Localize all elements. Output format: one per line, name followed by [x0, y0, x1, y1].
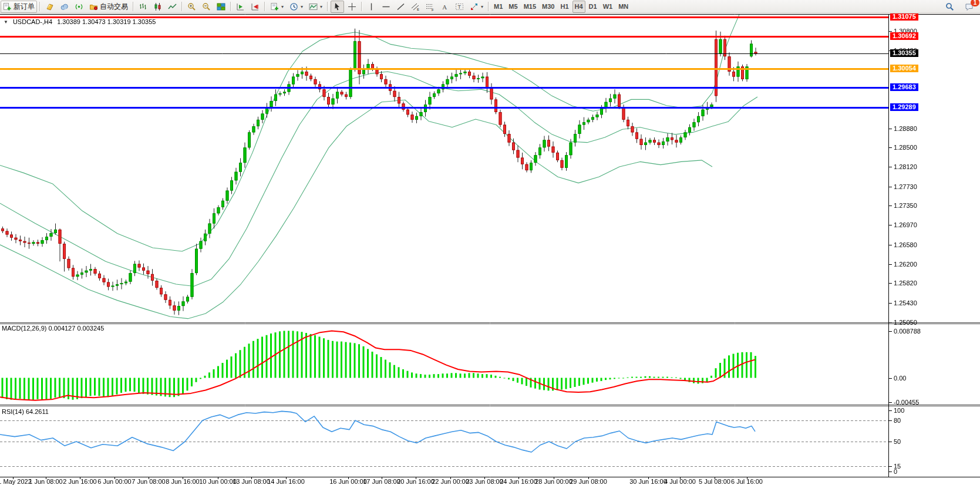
- tile-windows-button[interactable]: [214, 1, 228, 13]
- new-chart-button[interactable]: ▾: [268, 1, 286, 13]
- profile-back-icon: [251, 2, 260, 11]
- data-window-button[interactable]: [58, 1, 71, 13]
- vline-tool-button[interactable]: [365, 1, 378, 13]
- date-tick-label: 14 Jun 16:00: [260, 478, 312, 485]
- pane-separator-rsi[interactable]: [0, 404, 888, 407]
- price-line-badge: 1.30692: [890, 32, 918, 40]
- price-tick-label: 1.28880: [894, 125, 917, 132]
- zoom-out-button[interactable]: [200, 1, 213, 13]
- search-button[interactable]: [943, 1, 957, 13]
- cursor-button[interactable]: [331, 1, 344, 13]
- line-button[interactable]: [166, 1, 179, 13]
- toolbar-separator: [361, 2, 362, 11]
- arrows-tool-button[interactable]: ▾: [467, 1, 486, 13]
- date-tick-label: 6 Jul 16:00: [720, 478, 773, 485]
- new-order-button[interactable]: 新订单: [1, 1, 37, 13]
- button-label: M15: [524, 3, 536, 10]
- rsi-tick-label: 50: [894, 438, 901, 445]
- tf-mn-button[interactable]: MN: [616, 1, 631, 13]
- tf-m1-button[interactable]: M1: [491, 1, 505, 13]
- channel-icon: E: [411, 2, 420, 11]
- button-label: M5: [508, 3, 517, 10]
- search-icon: [945, 2, 954, 11]
- button-label: MN: [618, 3, 628, 10]
- button-label: 新订单: [14, 2, 35, 12]
- autotrade-icon: [89, 2, 98, 11]
- price-tick-label: 1.28120: [894, 163, 917, 170]
- tf-m15-button[interactable]: M15: [521, 1, 538, 13]
- yellow-diamond-icon: [45, 2, 54, 11]
- price-tick-label: 1.27730: [894, 183, 917, 190]
- candles-button[interactable]: [151, 1, 164, 13]
- period-menu-button[interactable]: ▾: [287, 1, 305, 13]
- text-icon: A: [440, 2, 449, 11]
- svg-text:F: F: [432, 8, 434, 11]
- price-tick-label: 1.26200: [894, 261, 917, 268]
- button-label: 自动交易: [100, 2, 128, 12]
- signals-button[interactable]: [72, 1, 86, 13]
- tf-w1-button[interactable]: W1: [601, 1, 615, 13]
- bars-button[interactable]: [136, 1, 150, 13]
- text-tool-button[interactable]: A: [438, 1, 452, 13]
- shapes-icon: [470, 2, 479, 11]
- button-label: H1: [560, 3, 568, 10]
- notifications-button[interactable]: 1: [962, 1, 976, 13]
- price-line-badge: 1.30355: [890, 49, 918, 57]
- dropdown-caret-icon: ▾: [481, 4, 483, 9]
- trendline-tool-button[interactable]: [394, 1, 408, 13]
- cursor-icon: [333, 2, 342, 11]
- crosshair-button[interactable]: [345, 1, 359, 13]
- price-tick-label: 1.27350: [894, 202, 917, 209]
- rsi-tick-label: 100: [894, 407, 904, 414]
- toolbar: 新订单自动交易▾▾▾EFAT▾M1M5M15M30H1H4D1W1MN1: [0, 0, 980, 14]
- date-tick-label: 29 Jun 08:00: [562, 478, 615, 485]
- chart-canvas[interactable]: [0, 0, 980, 485]
- chart-ohlc-values: 1.30389 1.30473 1.30319 1.30355: [57, 18, 156, 25]
- svg-text:E: E: [417, 8, 419, 11]
- trendline-icon: [396, 2, 405, 11]
- autotrading-button[interactable]: 自动交易: [87, 1, 130, 13]
- fibo-icon: F: [426, 2, 435, 11]
- vline-icon: [367, 2, 376, 11]
- macd-tick-label: -0.00455: [894, 399, 919, 406]
- svg-text:T: T: [458, 4, 462, 10]
- indicators-icon: [309, 2, 318, 11]
- label-tool-button[interactable]: T: [453, 1, 466, 13]
- toolbar-separator: [488, 2, 489, 11]
- signal-icon: [75, 2, 83, 11]
- rsi-indicator-label: RSI(14) 64.2611: [2, 408, 49, 415]
- zoom-in-button[interactable]: [185, 1, 198, 13]
- price-line-badge: 1.29289: [890, 103, 918, 111]
- new-chart-icon: [270, 2, 279, 11]
- chevron-down-icon[interactable]: ▼: [4, 19, 8, 25]
- price-tick-label: 1.25430: [894, 299, 917, 307]
- tf-d1-button[interactable]: D1: [587, 1, 600, 13]
- rsi-tick-label: 0: [894, 468, 897, 475]
- tf-h4-button[interactable]: H4: [572, 1, 585, 13]
- market-watch-button[interactable]: [43, 1, 56, 13]
- indicators-button[interactable]: ▾: [307, 1, 325, 13]
- tf-m5-button[interactable]: M5: [506, 1, 520, 13]
- line-chart-icon: [168, 2, 177, 11]
- channel-tool-button[interactable]: E: [409, 1, 422, 13]
- step-forward-button[interactable]: [234, 1, 247, 13]
- tf-h1-button[interactable]: H1: [558, 1, 571, 13]
- zoom-in-icon: [187, 2, 196, 11]
- svg-text:A: A: [442, 3, 447, 10]
- toolbar-separator: [327, 2, 328, 11]
- price-tick-label: 1.25820: [894, 279, 917, 287]
- hline-tool-button[interactable]: [379, 1, 393, 13]
- tf-m30-button[interactable]: M30: [540, 1, 557, 13]
- clock-icon: [289, 2, 298, 11]
- step-back-button[interactable]: [248, 1, 262, 13]
- price-tick-label: 1.26970: [894, 221, 917, 228]
- rsi-tick-label: 80: [894, 417, 901, 424]
- cloud-icon: [60, 2, 69, 11]
- toolbar-separator: [39, 2, 41, 11]
- hline-icon: [382, 2, 390, 11]
- bar-chart-icon: [139, 2, 147, 11]
- pane-separator-macd[interactable]: [0, 322, 888, 325]
- fibonacci-tool-button[interactable]: F: [423, 1, 437, 13]
- button-label: W1: [603, 3, 613, 10]
- dropdown-caret-icon: ▾: [320, 4, 322, 9]
